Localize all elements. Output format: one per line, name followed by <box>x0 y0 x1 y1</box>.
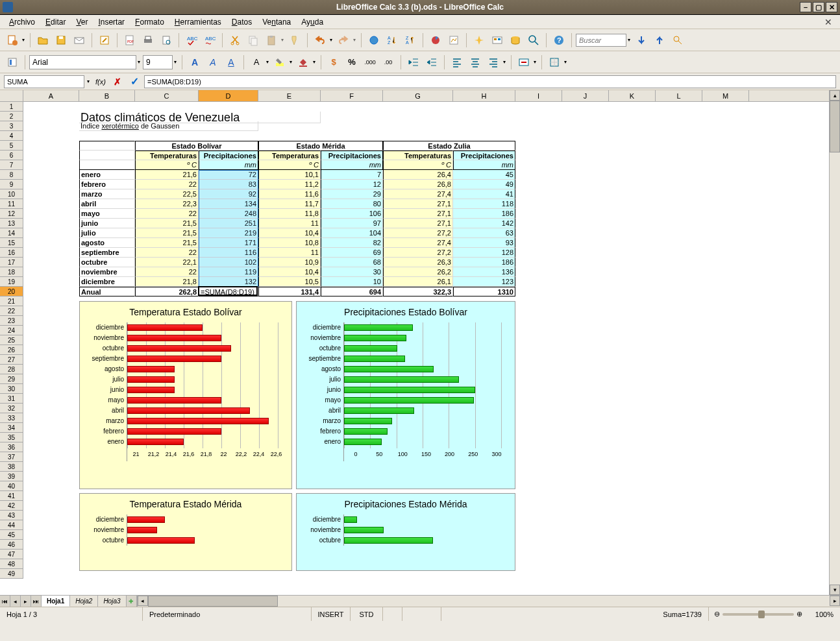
row-header-39[interactable]: 39 <box>0 472 23 481</box>
cell-E14[interactable]: 10,4 <box>258 228 321 238</box>
datasources-icon[interactable] <box>507 32 524 49</box>
font-color-icon[interactable]: A <box>248 54 265 71</box>
cell-H8[interactable]: 45 <box>453 170 515 180</box>
cell-D20[interactable]: =SUMA(D8:D19) <box>199 287 258 296</box>
cell-B13[interactable]: junio <box>79 219 135 228</box>
cell-E16[interactable]: 11 <box>258 248 321 258</box>
cell-B14[interactable]: julio <box>79 228 135 238</box>
format-paintbrush-icon[interactable] <box>286 32 303 49</box>
font-size-input[interactable] <box>143 55 173 69</box>
cell-C12[interactable]: 22 <box>135 209 199 219</box>
cell-E10[interactable]: 11,6 <box>258 189 321 199</box>
cell-E8[interactable]: 10,1 <box>258 170 321 180</box>
menu-formato[interactable]: Formato <box>130 16 169 28</box>
cell-B11[interactable]: abril <box>79 199 135 209</box>
cell-H20[interactable]: 1310 <box>453 287 515 296</box>
cut-icon[interactable] <box>227 32 243 49</box>
cell-F14[interactable]: 104 <box>321 228 383 238</box>
zoom-slider-thumb[interactable] <box>758 611 765 618</box>
function-wizard-icon[interactable]: f(x) <box>93 75 108 88</box>
cell-D10[interactable]: 92 <box>199 189 258 199</box>
menu-herramientas[interactable]: Herramientas <box>169 16 227 28</box>
vscroll-thumb[interactable] <box>830 101 840 152</box>
cell-D16[interactable]: 116 <box>199 248 258 258</box>
cell-C16[interactable]: 22 <box>135 248 199 258</box>
paste-dropdown[interactable]: ▾ <box>280 37 285 43</box>
close-document-button[interactable]: ✕ <box>821 17 836 27</box>
row-header-28[interactable]: 28 <box>0 365 23 374</box>
show-draw-icon[interactable] <box>445 32 462 49</box>
cell-B6[interactable] <box>79 151 135 160</box>
cell-H9[interactable]: 49 <box>453 180 515 189</box>
cell-B10[interactable]: marzo <box>79 189 135 199</box>
undo-icon[interactable] <box>312 32 328 49</box>
cell-H19[interactable]: 123 <box>453 277 515 287</box>
row-header-32[interactable]: 32 <box>0 404 23 413</box>
cell-D15[interactable]: 171 <box>199 238 258 248</box>
paste-icon[interactable] <box>263 32 280 49</box>
cell-F7[interactable]: mm <box>321 160 383 170</box>
find-prev-icon[interactable] <box>651 32 668 49</box>
cell-H12[interactable]: 186 <box>453 209 515 219</box>
save-icon[interactable] <box>53 32 69 49</box>
cell-D12[interactable]: 248 <box>199 209 258 219</box>
minimize-button[interactable]: – <box>800 2 811 12</box>
sheet-tab-hoja3[interactable]: Hoja3 <box>98 596 126 607</box>
align-right-icon[interactable] <box>485 54 502 71</box>
col-header-F[interactable]: F <box>321 90 383 101</box>
horizontal-scrollbar[interactable]: ◂ ▸ <box>137 596 840 607</box>
col-header-G[interactable]: G <box>383 90 453 101</box>
cell-G16[interactable]: 27,2 <box>383 248 453 258</box>
scroll-left-button[interactable]: ◂ <box>138 596 148 606</box>
row-header-4[interactable]: 4 <box>0 131 23 141</box>
cell-E18[interactable]: 10,4 <box>258 267 321 277</box>
row-header-35[interactable]: 35 <box>0 433 23 442</box>
chart-temperatura-estado-mérida[interactable]: Temperatura Estado Méridadiciembrenoviem… <box>79 493 292 571</box>
gallery-icon[interactable] <box>489 32 506 49</box>
cell-B18[interactable]: noviembre <box>79 267 135 277</box>
remove-decimal-icon[interactable]: .00 <box>380 54 397 71</box>
export-pdf-icon[interactable]: PDF <box>121 32 138 49</box>
cell-G6[interactable]: Temperaturas <box>383 151 453 160</box>
row-header-40[interactable]: 40 <box>0 481 23 491</box>
cell-E6[interactable]: Temperaturas <box>258 151 321 160</box>
cell-E5[interactable]: Estado Mérida <box>258 141 383 151</box>
cell-D18[interactable]: 119 <box>199 267 258 277</box>
zoom-icon[interactable] <box>525 32 542 49</box>
status-selection-mode[interactable]: STD <box>351 607 383 621</box>
col-header-K[interactable]: K <box>609 90 656 101</box>
underline-icon[interactable]: A <box>223 54 240 71</box>
row-header-19[interactable]: 19 <box>0 277 23 287</box>
cell-E15[interactable]: 10,8 <box>258 238 321 248</box>
chart-icon[interactable] <box>427 32 444 49</box>
row-header-12[interactable]: 12 <box>0 209 23 219</box>
row-header-37[interactable]: 37 <box>0 452 23 462</box>
cell-F19[interactable]: 10 <box>321 277 383 287</box>
auto-spellcheck-icon[interactable]: ABC <box>201 32 218 49</box>
cell-D13[interactable]: 251 <box>199 219 258 228</box>
row-header-14[interactable]: 14 <box>0 228 23 238</box>
row-header-47[interactable]: 47 <box>0 550 23 559</box>
menu-insertar[interactable]: Insertar <box>93 16 130 28</box>
cell-G8[interactable]: 26,4 <box>383 170 453 180</box>
cell-C6[interactable]: Temperaturas <box>135 151 199 160</box>
cell-H16[interactable]: 128 <box>453 248 515 258</box>
cell-D11[interactable]: 134 <box>199 199 258 209</box>
cell-H18[interactable]: 136 <box>453 267 515 277</box>
status-zoom-value[interactable]: 100% <box>808 607 840 621</box>
cell-C13[interactable]: 21,5 <box>135 219 199 228</box>
menu-datos[interactable]: Datos <box>227 16 257 28</box>
new-doc-icon[interactable] <box>4 32 21 49</box>
open-icon[interactable] <box>34 32 51 49</box>
sort-desc-icon[interactable]: ZA <box>402 32 419 49</box>
cell-G9[interactable]: 26,8 <box>383 180 453 189</box>
row-header-11[interactable]: 11 <box>0 199 23 209</box>
row-headers[interactable]: 1234567891011121314151617181920212223242… <box>0 102 23 579</box>
styles-icon[interactable] <box>4 54 21 71</box>
cell-D9[interactable]: 83 <box>199 180 258 189</box>
row-header-15[interactable]: 15 <box>0 238 23 248</box>
scroll-up-button[interactable]: ▴ <box>830 90 840 101</box>
cell-C9[interactable]: 22 <box>135 180 199 189</box>
undo-dropdown[interactable]: ▾ <box>328 37 334 43</box>
cell-C15[interactable]: 21,5 <box>135 238 199 248</box>
